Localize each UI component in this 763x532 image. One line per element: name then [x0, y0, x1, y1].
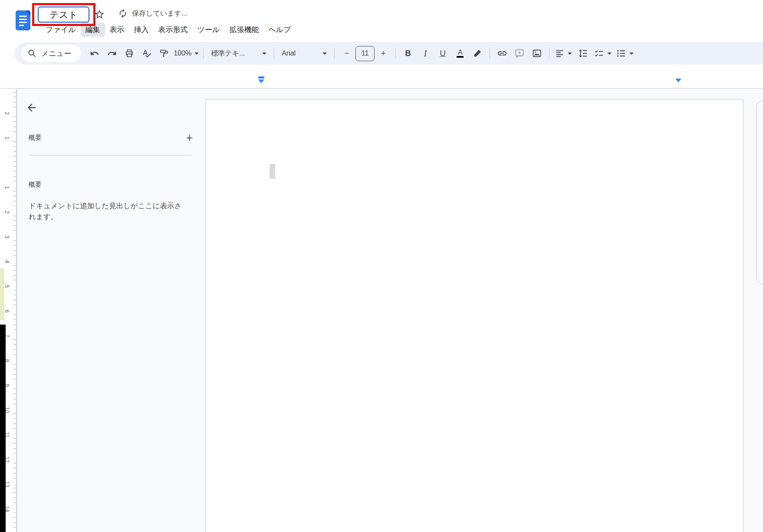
- font-size-increase-button[interactable]: +: [377, 46, 390, 61]
- v-ruler-tick: [13, 181, 16, 181]
- left-indent-marker[interactable]: [258, 79, 264, 83]
- paragraph-style-value: 標準テキ...: [211, 49, 245, 58]
- v-ruler-tick: [13, 122, 16, 122]
- print-button[interactable]: [123, 46, 136, 61]
- v-ruler-tick: [13, 127, 16, 127]
- v-ruler-tick: [13, 226, 16, 226]
- spellcheck-icon: [142, 49, 151, 58]
- add-comment-button[interactable]: [513, 46, 526, 61]
- v-ruler-tick: [13, 270, 16, 270]
- chevron-down-icon: [262, 53, 266, 55]
- docs-logo[interactable]: [16, 10, 30, 30]
- align-button[interactable]: [555, 46, 572, 61]
- zoom-select[interactable]: 100%: [174, 46, 199, 61]
- v-ruler-tick: [13, 478, 16, 478]
- v-ruler-tick: [13, 300, 16, 300]
- font-family-select[interactable]: Arial: [280, 46, 329, 61]
- v-ruler-tick: [13, 473, 16, 473]
- undo-button[interactable]: [88, 46, 101, 61]
- text-color-button[interactable]: A: [454, 46, 467, 61]
- search-menus-button[interactable]: メニュー: [21, 45, 81, 62]
- font-size-input[interactable]: 11: [355, 46, 375, 61]
- v-ruler-tick: [13, 201, 16, 201]
- v-ruler-tick: [13, 527, 16, 528]
- highlighter-icon: [473, 49, 482, 58]
- v-ruler-tick: [13, 255, 16, 256]
- menu-item-表示形式[interactable]: 表示形式: [154, 23, 193, 37]
- right-indent-marker[interactable]: [675, 79, 681, 82]
- v-ruler-tick: [13, 463, 16, 463]
- v-ruler-tick: [13, 369, 16, 369]
- first-line-indent-marker[interactable]: [258, 76, 264, 79]
- v-ruler-tick: [13, 468, 16, 468]
- document-page[interactable]: [205, 99, 743, 532]
- yellow-edge-strip: [0, 268, 4, 320]
- redo-icon: [107, 49, 117, 58]
- v-ruler-tick: [13, 280, 16, 280]
- v-ruler-tick: [13, 151, 16, 152]
- link-icon: [497, 48, 507, 59]
- chevron-down-icon: [607, 53, 612, 55]
- underline-icon: U: [440, 49, 446, 58]
- menu-button-label: メニュー: [41, 49, 71, 59]
- insert-image-button[interactable]: [530, 46, 543, 61]
- close-outline-button[interactable]: [25, 101, 39, 115]
- redo-button[interactable]: [105, 46, 118, 61]
- zoom-value: 100%: [174, 49, 191, 57]
- black-edge-strip: [0, 325, 6, 532]
- v-ruler-tick: [13, 364, 16, 365]
- v-ruler-tick: [13, 438, 16, 439]
- bulleted-list-button[interactable]: [616, 46, 634, 61]
- v-ruler-tick: [13, 220, 16, 221]
- horizontal-ruler[interactable]: 21123456789101112131415161718: [0, 65, 763, 88]
- menu-item-挿入[interactable]: 挿入: [129, 23, 154, 37]
- menu-item-ツール[interactable]: ツール: [193, 23, 225, 37]
- font-size-decrease-button[interactable]: −: [340, 46, 353, 61]
- toolbar-separator: [490, 48, 490, 59]
- v-ruler-tick: [13, 290, 16, 290]
- paragraph-style-select[interactable]: 標準テキ...: [209, 46, 268, 61]
- v-ruler-tick: [13, 329, 16, 330]
- v-ruler-tick: [13, 319, 16, 320]
- v-ruler-tick: [13, 161, 16, 162]
- italic-button[interactable]: I: [419, 46, 432, 61]
- highlight-color-button[interactable]: [471, 46, 484, 61]
- v-ruler-tick: [13, 389, 16, 389]
- chevron-down-icon: [322, 53, 327, 55]
- outline-label: 概要: [29, 134, 42, 142]
- v-ruler-tick: [13, 97, 16, 97]
- spellcheck-button[interactable]: [140, 46, 153, 61]
- menu-item-拡張機能[interactable]: 拡張機能: [224, 23, 263, 37]
- line-spacing-button[interactable]: [576, 46, 589, 61]
- insert-link-button[interactable]: [496, 46, 509, 61]
- v-ruler-tick: [13, 107, 16, 107]
- v-ruler-tick: [13, 250, 16, 251]
- toolbar-separator: [395, 48, 396, 59]
- v-ruler-tick: [13, 399, 16, 399]
- paint-format-button[interactable]: [158, 46, 171, 61]
- v-ruler-number: 2: [3, 108, 10, 118]
- bold-button[interactable]: B: [401, 46, 414, 61]
- menu-item-ヘルプ[interactable]: ヘルプ: [263, 23, 296, 37]
- underline-button[interactable]: U: [436, 46, 449, 61]
- v-ruler-tick: [13, 315, 16, 315]
- v-ruler-tick: [13, 176, 16, 177]
- undo-icon: [90, 49, 99, 58]
- checklist-icon: [594, 48, 604, 59]
- checklist-button[interactable]: [594, 46, 612, 61]
- chevron-down-icon: [568, 53, 572, 55]
- menu-item-表示[interactable]: 表示: [105, 23, 129, 37]
- search-icon: [27, 49, 37, 58]
- toolbar-separator: [203, 48, 204, 59]
- v-ruler-tick: [13, 488, 16, 488]
- v-ruler-tick: [13, 131, 16, 132]
- v-ruler-tick: [13, 265, 16, 266]
- v-ruler-tick: [13, 275, 16, 276]
- v-ruler-number: 4: [3, 256, 10, 267]
- outline-empty-message: ドキュメントに追加した見出しがここに表示されます。: [29, 200, 184, 222]
- add-heading-button[interactable]: +: [186, 133, 193, 142]
- v-ruler-tick: [13, 92, 16, 92]
- sync-icon: [118, 9, 128, 18]
- v-ruler-tick: [13, 453, 16, 453]
- v-ruler-tick: [13, 418, 16, 419]
